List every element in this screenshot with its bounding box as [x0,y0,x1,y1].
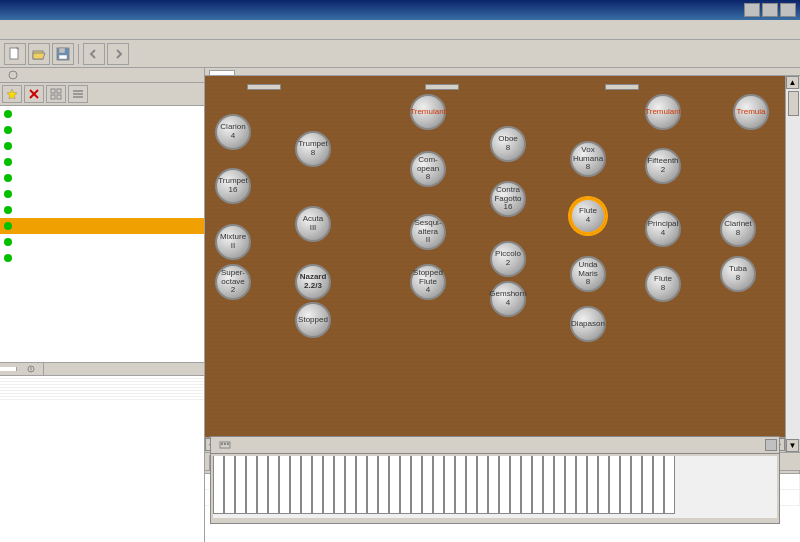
stop-unda-maris[interactable]: Unda Maris8 [570,256,606,292]
white-key[interactable] [587,456,598,514]
white-key[interactable] [246,456,257,514]
references-tab[interactable] [17,363,44,375]
stop-gemshorn[interactable]: Gemshorn4 [490,281,526,317]
white-key[interactable] [664,456,675,514]
stop-comopean[interactable]: Com-opean8 [410,151,446,187]
white-key[interactable] [323,456,334,514]
white-key[interactable] [488,456,499,514]
stop-contrafagotto[interactable]: ContraFagotto16 [490,181,526,217]
white-key[interactable] [477,456,488,514]
stop-clarion[interactable]: Clarion4 [215,114,251,150]
white-key[interactable] [609,456,620,514]
white-key[interactable] [642,456,653,514]
white-key[interactable] [598,456,609,514]
stop-oboe[interactable]: Oboe8 [490,126,526,162]
stop-trumpet16[interactable]: Trumpet16 [215,168,251,204]
white-key[interactable] [620,456,631,514]
white-key[interactable] [356,456,367,514]
minimize-button[interactable] [744,3,760,17]
stop-vox-humana[interactable]: VoxHumana8 [570,141,606,177]
back-button[interactable] [83,43,105,65]
white-key[interactable] [532,456,543,514]
element-item-5[interactable] [0,186,204,202]
white-key[interactable] [279,456,290,514]
element-item-8[interactable] [0,234,204,250]
stop-nazard[interactable]: Nazard2.2/3 [295,264,331,300]
close-button[interactable] [780,3,796,17]
white-key[interactable] [213,456,224,514]
stop-superoctave[interactable]: Super-octave2 [215,264,251,300]
save-button[interactable] [52,43,74,65]
stop-fifteenth[interactable]: Fifteenth2 [645,148,681,184]
stop-piccolo[interactable]: Piccolo2 [490,241,526,277]
white-key[interactable] [235,456,246,514]
menu-file[interactable] [4,28,20,32]
white-key[interactable] [455,456,466,514]
stop-acuta[interactable]: AcutaIII [295,206,331,242]
white-key[interactable] [290,456,301,514]
white-key[interactable] [378,456,389,514]
elements-grid-button[interactable] [46,85,66,103]
element-item-1[interactable] [0,122,204,138]
element-item-0[interactable] [0,106,204,122]
white-key[interactable] [268,456,279,514]
white-key[interactable] [576,456,587,514]
piano-keys[interactable] [213,456,777,518]
properties-tab[interactable] [0,367,17,371]
maximize-button[interactable] [762,3,778,17]
white-key[interactable] [543,456,554,514]
forward-button[interactable] [107,43,129,65]
white-key[interactable] [224,456,235,514]
stop-clarinet[interactable]: Clarinet8 [720,211,756,247]
english-organ-tab[interactable] [209,70,235,75]
stop-mixture[interactable]: MixtureII [215,224,251,260]
white-key[interactable] [510,456,521,514]
white-key[interactable] [389,456,400,514]
white-key[interactable] [257,456,268,514]
open-button[interactable] [28,43,50,65]
white-key[interactable] [367,456,378,514]
new-button[interactable] [4,43,26,65]
stop-stopped[interactable]: Stopped [295,302,331,338]
keyboard-close-button[interactable] [765,439,777,451]
white-key[interactable] [422,456,433,514]
white-key[interactable] [466,456,477,514]
element-item-9[interactable] [0,250,204,266]
white-key[interactable] [433,456,444,514]
white-key[interactable] [334,456,345,514]
scroll-thumb[interactable] [788,91,799,116]
stop-diapason-choir[interactable]: Diapason [570,306,606,342]
stop-tuba[interactable]: Tuba8 [720,256,756,292]
stop-principal[interactable]: Principal4 [645,211,681,247]
white-key[interactable] [653,456,664,514]
scroll-up-button[interactable]: ▲ [786,76,799,89]
element-item-2[interactable] [0,138,204,154]
menu-view[interactable] [20,28,36,32]
element-item-7[interactable] [0,218,204,234]
stop-tremula-right[interactable]: Tremula [733,94,769,130]
stop-tremulant-swell[interactable]: Tremulant [410,94,446,130]
stop-stopped-flute[interactable]: StoppedFlute4 [410,264,446,300]
white-key[interactable] [521,456,532,514]
elements-list-button[interactable] [68,85,88,103]
elements-star-button[interactable] [2,85,22,103]
white-key[interactable] [444,456,455,514]
white-key[interactable] [400,456,411,514]
elements-delete-button[interactable] [24,85,44,103]
element-item-3[interactable] [0,154,204,170]
white-key[interactable] [554,456,565,514]
menu-help[interactable] [36,28,52,32]
stop-tremulant-choir[interactable]: Tremulant [645,94,681,130]
element-item-4[interactable] [0,170,204,186]
element-item-6[interactable] [0,202,204,218]
scroll-down-button[interactable]: ▼ [786,439,799,452]
white-key[interactable] [499,456,510,514]
stop-sesquialtera[interactable]: Sesqui-alteraII [410,214,446,250]
white-key[interactable] [312,456,323,514]
stop-flute4-selected[interactable]: Flute4 [570,198,606,234]
white-key[interactable] [631,456,642,514]
stop-flute8-choir[interactable]: Flute8 [645,266,681,302]
white-key[interactable] [301,456,312,514]
white-key[interactable] [411,456,422,514]
white-key[interactable] [565,456,576,514]
